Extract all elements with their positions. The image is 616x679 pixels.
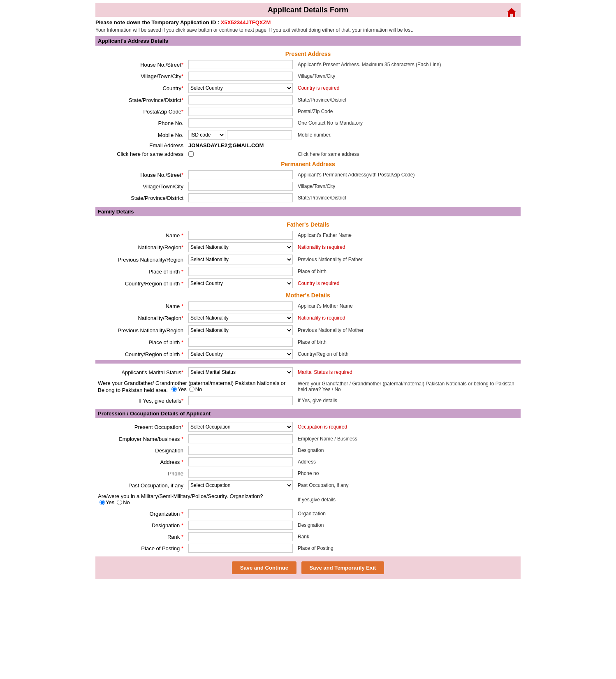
country-select[interactable]: Select Country	[188, 83, 293, 93]
father-pob-input[interactable]	[188, 267, 293, 276]
father-prev-nationality-label: Previous Nationality/Region	[95, 253, 186, 266]
save-continue-button[interactable]: Save and Continue	[232, 561, 296, 574]
house-street-label: House No./Street*	[95, 59, 186, 70]
mobile-label: Mobile No.	[95, 129, 186, 141]
military-yes-radio[interactable]	[100, 500, 105, 505]
home-icon[interactable]	[506, 7, 517, 18]
org-hint: Organization	[295, 508, 521, 519]
father-nationality-hint: Nationality is required	[295, 241, 521, 253]
section-address: Applicant's Address Details	[95, 36, 521, 46]
prof-phone-input[interactable]	[188, 469, 293, 478]
employer-input[interactable]	[188, 434, 293, 443]
section-family: Family Details	[95, 207, 521, 216]
mother-prev-nationality-select[interactable]: Select Nationality	[188, 325, 293, 335]
mother-country-hint: Country/Region of birth	[295, 348, 521, 360]
temp-id-value: X5X52344JTFQXZM	[221, 19, 271, 25]
grandparents-yes-radio[interactable]	[171, 387, 177, 392]
perm-village-input[interactable]	[188, 182, 293, 191]
desig2-input[interactable]	[188, 521, 293, 530]
org-label: Organization *	[95, 508, 186, 519]
mother-nationality-label: Nationality/Region*	[95, 312, 186, 324]
mobile-input[interactable]	[227, 130, 292, 139]
perm-house-input[interactable]	[188, 170, 293, 179]
sub-header-father: Father's Details	[95, 219, 521, 229]
father-prev-nationality-select[interactable]: Select Nationality	[188, 255, 293, 264]
father-country-select[interactable]: Select Country	[188, 278, 293, 288]
present-occupation-hint: Occupation is required	[295, 421, 521, 433]
state-input[interactable]	[188, 95, 293, 104]
house-street-input[interactable]	[188, 60, 293, 69]
postal-input[interactable]	[188, 107, 293, 116]
mobile-hint: Mobile number.	[295, 129, 521, 141]
phone-input[interactable]	[188, 118, 293, 127]
present-occupation-select[interactable]: Select Occupation	[188, 422, 293, 432]
postal-label: Postal/Zip Code*	[95, 106, 186, 117]
posting-input[interactable]	[188, 544, 293, 553]
past-occupation-hint: Past Occupation, if any	[295, 479, 521, 491]
if-yes-hint: If Yes, give details	[295, 395, 521, 406]
section-profession: Profession / Occupation Details of Appli…	[95, 409, 521, 418]
address-input[interactable]	[188, 457, 293, 466]
designation-input[interactable]	[188, 446, 293, 455]
mother-prev-nationality-hint: Previous Nationality of Mother	[295, 324, 521, 336]
info-line: Your Information will be saved if you cl…	[95, 27, 521, 33]
prof-phone-label: Phone	[95, 468, 186, 479]
mother-country-select[interactable]: Select Country	[188, 349, 293, 359]
rank-input[interactable]	[188, 532, 293, 541]
marital-status-hint: Marital Status is required	[295, 366, 521, 378]
phone-hint: One Contact No is Mandatory	[295, 117, 521, 129]
isd-code-select[interactable]: ISD code	[188, 130, 225, 140]
mother-pob-label: Place of birth *	[95, 336, 186, 348]
mother-pob-input[interactable]	[188, 338, 293, 347]
mother-name-hint: Applicant's Mother Name	[295, 300, 521, 312]
marital-status-select[interactable]: Select Marital Status	[188, 367, 293, 377]
posting-label: Place of Posting *	[95, 542, 186, 554]
sub-header-mother: Mother's Details	[95, 290, 521, 300]
same-address-hint: Click here for same address	[295, 150, 521, 158]
perm-house-label: House No./Street*	[95, 169, 186, 181]
father-nationality-select[interactable]: Select Nationality	[188, 242, 293, 252]
mother-nationality-select[interactable]: Select Nationality	[188, 313, 293, 323]
same-address-label: Click here for same address	[95, 150, 186, 158]
state-label: State/Province/District*	[95, 94, 186, 106]
perm-house-hint: Applicant's Permanent Address(with Posta…	[295, 169, 521, 181]
father-country-hint: Country is required	[295, 277, 521, 290]
rank-label: Rank *	[95, 531, 186, 542]
desig2-hint: Designation	[295, 519, 521, 531]
father-pob-hint: Place of birth	[295, 266, 521, 277]
father-name-hint: Applicant's Father Name	[295, 229, 521, 241]
military-no-radio[interactable]	[117, 500, 122, 505]
mother-name-input[interactable]	[188, 301, 293, 311]
address-label: Address *	[95, 456, 186, 468]
same-address-checkbox[interactable]	[188, 151, 194, 157]
if-yes-label: If Yes, give details*	[95, 395, 186, 406]
phone-label: Phone No.	[95, 117, 186, 129]
save-exit-button[interactable]: Save and Temporarily Exit	[301, 561, 384, 574]
sub-header-present: Present Address	[95, 48, 521, 59]
email-value: JONASDAYLE2@GMAIL.COM	[188, 142, 264, 148]
present-occupation-label: Present Occupation*	[95, 421, 186, 433]
perm-state-input[interactable]	[188, 193, 293, 202]
perm-village-hint: Village/Town/City	[295, 181, 521, 192]
org-input[interactable]	[188, 509, 293, 518]
prof-phone-hint: Phone no	[295, 468, 521, 479]
mother-pob-hint: Place of birth	[295, 336, 521, 348]
village-input[interactable]	[188, 72, 293, 81]
past-occupation-select[interactable]: Select Occupation	[188, 480, 293, 490]
desig2-label: Designation *	[95, 519, 186, 531]
past-occupation-label: Past Occupation, if any	[95, 479, 186, 491]
military-hint: If yes,give details	[295, 491, 521, 508]
father-name-input[interactable]	[188, 231, 293, 240]
perm-state-label: State/Province/District	[95, 192, 186, 204]
if-yes-input[interactable]	[188, 396, 293, 405]
country-label: Country*	[95, 82, 186, 94]
page-title: Applicant Details Form	[95, 3, 521, 17]
perm-state-hint: State/Province/District	[295, 192, 521, 204]
email-label: Email Address	[95, 141, 186, 150]
svg-marker-0	[507, 8, 516, 17]
posting-hint: Place of Posting	[295, 542, 521, 554]
employer-hint: Employer Name / Business	[295, 433, 521, 445]
grandparents-no-radio[interactable]	[189, 387, 195, 392]
postal-hint: Postal/Zip Code	[295, 106, 521, 117]
military-label: Are/were you in a Military/Semi-Military…	[98, 493, 263, 499]
